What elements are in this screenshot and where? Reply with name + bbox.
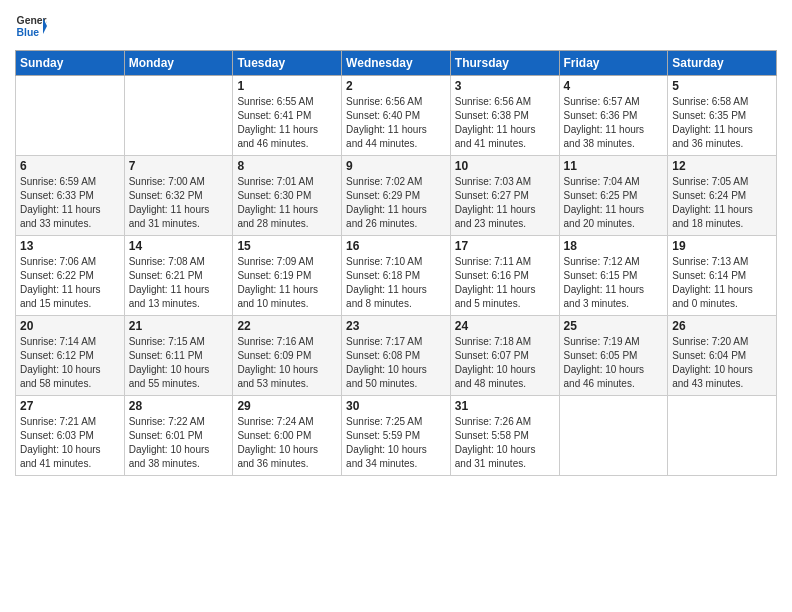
day-cell: 12Sunrise: 7:05 AM Sunset: 6:24 PM Dayli… — [668, 156, 777, 236]
day-number: 20 — [20, 319, 120, 333]
day-number: 22 — [237, 319, 337, 333]
day-cell: 28Sunrise: 7:22 AM Sunset: 6:01 PM Dayli… — [124, 396, 233, 476]
day-info: Sunrise: 7:16 AM Sunset: 6:09 PM Dayligh… — [237, 335, 337, 391]
day-cell: 23Sunrise: 7:17 AM Sunset: 6:08 PM Dayli… — [342, 316, 451, 396]
day-info: Sunrise: 7:01 AM Sunset: 6:30 PM Dayligh… — [237, 175, 337, 231]
day-info: Sunrise: 7:15 AM Sunset: 6:11 PM Dayligh… — [129, 335, 229, 391]
day-info: Sunrise: 6:59 AM Sunset: 6:33 PM Dayligh… — [20, 175, 120, 231]
day-number: 11 — [564, 159, 664, 173]
day-number: 5 — [672, 79, 772, 93]
day-number: 27 — [20, 399, 120, 413]
weekday-wednesday: Wednesday — [342, 51, 451, 76]
day-number: 19 — [672, 239, 772, 253]
weekday-saturday: Saturday — [668, 51, 777, 76]
day-cell — [124, 76, 233, 156]
weekday-header-row: SundayMondayTuesdayWednesdayThursdayFrid… — [16, 51, 777, 76]
day-cell: 27Sunrise: 7:21 AM Sunset: 6:03 PM Dayli… — [16, 396, 125, 476]
day-cell: 15Sunrise: 7:09 AM Sunset: 6:19 PM Dayli… — [233, 236, 342, 316]
day-info: Sunrise: 7:14 AM Sunset: 6:12 PM Dayligh… — [20, 335, 120, 391]
day-number: 24 — [455, 319, 555, 333]
day-number: 15 — [237, 239, 337, 253]
logo-icon: General Blue — [15, 10, 47, 42]
day-number: 23 — [346, 319, 446, 333]
day-info: Sunrise: 7:18 AM Sunset: 6:07 PM Dayligh… — [455, 335, 555, 391]
day-cell: 2Sunrise: 6:56 AM Sunset: 6:40 PM Daylig… — [342, 76, 451, 156]
day-cell: 24Sunrise: 7:18 AM Sunset: 6:07 PM Dayli… — [450, 316, 559, 396]
day-info: Sunrise: 7:02 AM Sunset: 6:29 PM Dayligh… — [346, 175, 446, 231]
week-row-4: 20Sunrise: 7:14 AM Sunset: 6:12 PM Dayli… — [16, 316, 777, 396]
day-info: Sunrise: 7:26 AM Sunset: 5:58 PM Dayligh… — [455, 415, 555, 471]
day-number: 14 — [129, 239, 229, 253]
day-info: Sunrise: 7:03 AM Sunset: 6:27 PM Dayligh… — [455, 175, 555, 231]
day-number: 29 — [237, 399, 337, 413]
day-cell: 16Sunrise: 7:10 AM Sunset: 6:18 PM Dayli… — [342, 236, 451, 316]
day-info: Sunrise: 7:06 AM Sunset: 6:22 PM Dayligh… — [20, 255, 120, 311]
day-cell: 31Sunrise: 7:26 AM Sunset: 5:58 PM Dayli… — [450, 396, 559, 476]
day-number: 13 — [20, 239, 120, 253]
weekday-friday: Friday — [559, 51, 668, 76]
page: General Blue SundayMondayTuesdayWednesda… — [0, 0, 792, 612]
day-cell: 5Sunrise: 6:58 AM Sunset: 6:35 PM Daylig… — [668, 76, 777, 156]
day-info: Sunrise: 7:08 AM Sunset: 6:21 PM Dayligh… — [129, 255, 229, 311]
week-row-5: 27Sunrise: 7:21 AM Sunset: 6:03 PM Dayli… — [16, 396, 777, 476]
day-info: Sunrise: 7:22 AM Sunset: 6:01 PM Dayligh… — [129, 415, 229, 471]
day-cell: 8Sunrise: 7:01 AM Sunset: 6:30 PM Daylig… — [233, 156, 342, 236]
day-info: Sunrise: 7:12 AM Sunset: 6:15 PM Dayligh… — [564, 255, 664, 311]
week-row-1: 1Sunrise: 6:55 AM Sunset: 6:41 PM Daylig… — [16, 76, 777, 156]
day-cell: 4Sunrise: 6:57 AM Sunset: 6:36 PM Daylig… — [559, 76, 668, 156]
week-row-3: 13Sunrise: 7:06 AM Sunset: 6:22 PM Dayli… — [16, 236, 777, 316]
day-number: 6 — [20, 159, 120, 173]
day-cell: 9Sunrise: 7:02 AM Sunset: 6:29 PM Daylig… — [342, 156, 451, 236]
day-info: Sunrise: 7:25 AM Sunset: 5:59 PM Dayligh… — [346, 415, 446, 471]
header: General Blue — [15, 10, 777, 42]
day-info: Sunrise: 6:58 AM Sunset: 6:35 PM Dayligh… — [672, 95, 772, 151]
day-info: Sunrise: 7:10 AM Sunset: 6:18 PM Dayligh… — [346, 255, 446, 311]
day-info: Sunrise: 7:13 AM Sunset: 6:14 PM Dayligh… — [672, 255, 772, 311]
day-cell: 1Sunrise: 6:55 AM Sunset: 6:41 PM Daylig… — [233, 76, 342, 156]
day-cell: 11Sunrise: 7:04 AM Sunset: 6:25 PM Dayli… — [559, 156, 668, 236]
day-info: Sunrise: 7:24 AM Sunset: 6:00 PM Dayligh… — [237, 415, 337, 471]
day-number: 1 — [237, 79, 337, 93]
day-number: 4 — [564, 79, 664, 93]
day-number: 25 — [564, 319, 664, 333]
weekday-sunday: Sunday — [16, 51, 125, 76]
day-cell — [559, 396, 668, 476]
calendar-table: SundayMondayTuesdayWednesdayThursdayFrid… — [15, 50, 777, 476]
day-info: Sunrise: 7:00 AM Sunset: 6:32 PM Dayligh… — [129, 175, 229, 231]
day-cell — [16, 76, 125, 156]
day-number: 9 — [346, 159, 446, 173]
day-number: 2 — [346, 79, 446, 93]
day-cell: 21Sunrise: 7:15 AM Sunset: 6:11 PM Dayli… — [124, 316, 233, 396]
logo: General Blue — [15, 10, 47, 42]
day-number: 8 — [237, 159, 337, 173]
day-info: Sunrise: 7:19 AM Sunset: 6:05 PM Dayligh… — [564, 335, 664, 391]
day-cell: 19Sunrise: 7:13 AM Sunset: 6:14 PM Dayli… — [668, 236, 777, 316]
svg-text:Blue: Blue — [17, 27, 40, 38]
day-info: Sunrise: 6:57 AM Sunset: 6:36 PM Dayligh… — [564, 95, 664, 151]
day-cell — [668, 396, 777, 476]
day-info: Sunrise: 7:04 AM Sunset: 6:25 PM Dayligh… — [564, 175, 664, 231]
day-info: Sunrise: 6:56 AM Sunset: 6:40 PM Dayligh… — [346, 95, 446, 151]
day-info: Sunrise: 7:20 AM Sunset: 6:04 PM Dayligh… — [672, 335, 772, 391]
day-number: 31 — [455, 399, 555, 413]
day-number: 10 — [455, 159, 555, 173]
day-cell: 3Sunrise: 6:56 AM Sunset: 6:38 PM Daylig… — [450, 76, 559, 156]
day-cell: 22Sunrise: 7:16 AM Sunset: 6:09 PM Dayli… — [233, 316, 342, 396]
day-number: 28 — [129, 399, 229, 413]
day-cell: 29Sunrise: 7:24 AM Sunset: 6:00 PM Dayli… — [233, 396, 342, 476]
day-number: 7 — [129, 159, 229, 173]
day-number: 26 — [672, 319, 772, 333]
day-info: Sunrise: 6:55 AM Sunset: 6:41 PM Dayligh… — [237, 95, 337, 151]
day-cell: 25Sunrise: 7:19 AM Sunset: 6:05 PM Dayli… — [559, 316, 668, 396]
day-number: 3 — [455, 79, 555, 93]
day-info: Sunrise: 7:09 AM Sunset: 6:19 PM Dayligh… — [237, 255, 337, 311]
day-cell: 6Sunrise: 6:59 AM Sunset: 6:33 PM Daylig… — [16, 156, 125, 236]
day-info: Sunrise: 7:21 AM Sunset: 6:03 PM Dayligh… — [20, 415, 120, 471]
svg-text:General: General — [17, 15, 47, 26]
day-cell: 14Sunrise: 7:08 AM Sunset: 6:21 PM Dayli… — [124, 236, 233, 316]
day-number: 16 — [346, 239, 446, 253]
day-cell: 26Sunrise: 7:20 AM Sunset: 6:04 PM Dayli… — [668, 316, 777, 396]
day-cell: 17Sunrise: 7:11 AM Sunset: 6:16 PM Dayli… — [450, 236, 559, 316]
day-number: 30 — [346, 399, 446, 413]
day-cell: 18Sunrise: 7:12 AM Sunset: 6:15 PM Dayli… — [559, 236, 668, 316]
